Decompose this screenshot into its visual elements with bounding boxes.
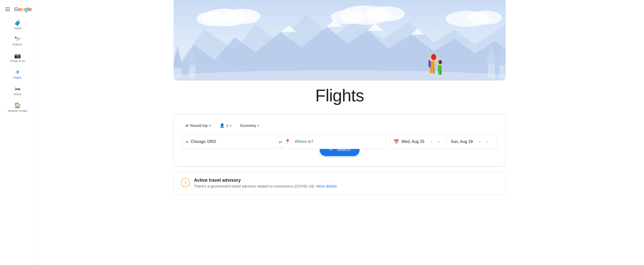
search-inputs: ● Chicago ORD ⇄ 📍 📅 Wed,	[182, 134, 497, 149]
depart-date-label: Wed, Aug 25	[401, 139, 424, 144]
svg-rect-21	[430, 68, 432, 73]
origin-code: ORD	[207, 139, 216, 144]
return-date-label: Sun, Aug 29	[451, 139, 473, 144]
sidebar-item-hotels[interactable]: 🛏 Hotels	[2, 83, 33, 99]
passengers-chevron: ▾	[230, 124, 231, 127]
calendar-icon: 📅	[393, 139, 399, 144]
sidebar-item-travel[interactable]: 🧳 Travel	[2, 17, 33, 33]
hamburger-menu[interactable]	[4, 7, 11, 12]
sidebar-item-vacation-rentals[interactable]: 🏠 Vacation rentals	[2, 100, 33, 115]
return-date-field[interactable]: Sun, Aug 29 ‹ ›	[447, 135, 497, 149]
svg-rect-22	[433, 68, 435, 73]
advisory-body-text: There's a government travel advisory rel…	[194, 184, 315, 188]
hero-illustration: ✈	[174, 0, 506, 81]
search-card: ⇄ Round trip ▾ 👤 1 ▾ Economy ▾ ● Chi	[174, 114, 506, 166]
sidebar-item-label: Travel	[14, 27, 21, 30]
svg-point-35	[469, 11, 502, 25]
swap-button[interactable]: ⇄	[275, 136, 286, 147]
advisory-more-details-link[interactable]: More details	[316, 184, 337, 188]
passengers-label: 1	[226, 123, 228, 128]
return-date-next[interactable]: ›	[484, 138, 491, 145]
passengers-icon: 👤	[220, 123, 225, 128]
things-to-do-icon: 📷	[14, 53, 21, 58]
advisory-body: There's a government travel advisory rel…	[194, 184, 337, 188]
main-content: ✈	[35, 0, 644, 265]
sidebar-item-explore[interactable]: 🔭 Explore	[2, 34, 33, 49]
clouds-svg	[174, 5, 506, 35]
sidebar-item-label: Flights	[13, 76, 21, 79]
advisory-content: Active travel advisory There's a governm…	[194, 178, 337, 188]
origin-city: Chicago	[191, 139, 206, 144]
return-date-nav: ‹ ›	[476, 138, 491, 145]
destination-field[interactable]: 📍	[280, 134, 386, 149]
depart-date-field[interactable]: 📅 Wed, Aug 25 ‹ ›	[389, 135, 447, 149]
sidebar-item-flights[interactable]: ✈ Flights	[2, 66, 33, 82]
depart-date-next[interactable]: ›	[435, 138, 442, 145]
round-trip-button[interactable]: ⇄ Round trip ▾	[182, 122, 214, 129]
advisory-card: i Active travel advisory There's a gover…	[174, 171, 506, 195]
page-title-section: Flights	[174, 78, 506, 114]
svg-point-30	[196, 12, 227, 26]
svg-point-33	[331, 10, 364, 24]
destination-input[interactable]	[295, 139, 382, 144]
travel-icon: 🧳	[14, 20, 21, 26]
trip-type-label: Round trip	[190, 123, 208, 128]
svg-point-32	[367, 6, 405, 21]
svg-point-29	[225, 9, 260, 24]
date-section: 📅 Wed, Aug 25 ‹ › Sun, Aug 29 ‹ ›	[389, 134, 497, 149]
svg-point-19	[431, 54, 436, 60]
sidebar-item-label: Things to do	[10, 59, 25, 62]
cabin-chevron: ▾	[258, 124, 259, 127]
sidebar: Google 🧳 Travel 🔭 Explore 📷 Things to do…	[0, 0, 35, 265]
svg-point-25	[438, 60, 442, 64]
flights-icon: ✈	[15, 69, 20, 75]
sidebar-item-label: Explore	[13, 43, 22, 46]
advisory-warning-icon: i	[181, 178, 190, 187]
svg-marker-8	[174, 51, 183, 68]
origin-dot-icon: ●	[186, 140, 188, 144]
trip-options: ⇄ Round trip ▾ 👤 1 ▾ Economy ▾	[182, 122, 497, 129]
svg-rect-27	[440, 71, 441, 74]
sidebar-item-things-to-do[interactable]: 📷 Things to do	[2, 50, 33, 65]
depart-date-prev[interactable]: ‹	[428, 138, 435, 145]
svg-rect-26	[438, 71, 440, 74]
svg-rect-23	[438, 65, 441, 71]
origin-destination-wrapper: ● Chicago ORD ⇄ 📍	[182, 134, 386, 149]
page-title: Flights	[174, 86, 506, 105]
vacation-rentals-icon: 🏠	[14, 103, 21, 108]
trip-type-chevron: ▾	[209, 124, 211, 127]
explore-icon: 🔭	[14, 37, 21, 42]
depart-date-nav: ‹ ›	[428, 138, 442, 145]
sidebar-item-label: Vacation rentals	[8, 109, 27, 112]
origin-field[interactable]: ● Chicago ORD	[182, 134, 280, 149]
sidebar-item-label: Hotels	[14, 93, 21, 96]
passengers-button[interactable]: 👤 1 ▾	[216, 122, 235, 129]
cabin-class-label: Economy	[240, 123, 256, 128]
origin-text-container: Chicago ORD	[191, 139, 216, 144]
return-date-prev[interactable]: ‹	[476, 138, 483, 145]
hotels-icon: 🛏	[15, 86, 20, 92]
sidebar-header: Google	[0, 4, 35, 17]
google-logo: Google	[14, 6, 32, 13]
swap-arrows-icon: ⇄	[279, 139, 282, 144]
cabin-class-button[interactable]: Economy ▾	[237, 122, 263, 129]
swap-icon: ⇄	[185, 123, 189, 128]
advisory-title: Active travel advisory	[194, 178, 337, 183]
